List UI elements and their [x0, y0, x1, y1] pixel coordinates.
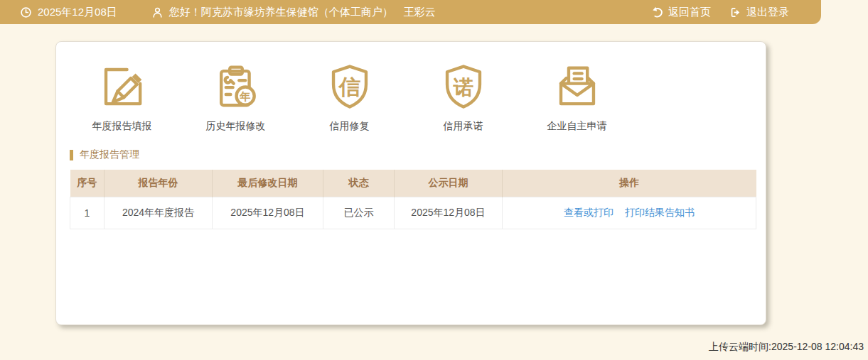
shortcut-row: 年度报告填报 年 历史年报修改 信 信用修复 [56, 42, 766, 133]
section-accent-bar [70, 150, 73, 160]
col-header-publish-date: 公示日期 [395, 170, 503, 197]
date-group: 2025年12月08日 [20, 6, 117, 19]
col-header-last-modified: 最后修改日期 [213, 170, 323, 197]
self-apply-mail-icon [552, 62, 602, 111]
shortcut-credit-promise[interactable]: 诺 信用承诺 [419, 62, 508, 133]
user-icon [151, 6, 164, 18]
annual-report-page: { "topbar": { "date": "2025年12月08日", "gr… [0, 0, 868, 360]
greeting-group: 您好！阿克苏市缘坊养生保健馆（个体工商户） 王彩云 [151, 6, 436, 19]
logout-icon [729, 6, 741, 18]
icon-char: 信 [337, 75, 360, 99]
col-header-status: 状态 [323, 170, 395, 197]
shortcut-label: 历史年报修改 [206, 120, 266, 133]
view-or-print-link[interactable]: 查看或打印 [564, 207, 614, 218]
col-header-report-year: 报告年份 [105, 170, 213, 197]
history-report-icon: 年 [211, 62, 261, 111]
cell-last-modified: 2025年12月08日 [213, 197, 323, 229]
edit-report-icon [97, 62, 147, 111]
shortcut-label: 信用承诺 [444, 120, 483, 133]
shortcut-label: 年度报告填报 [92, 120, 152, 133]
col-header-index: 序号 [70, 170, 105, 197]
logout-label: 退出登录 [746, 6, 789, 19]
icon-char: 年 [239, 90, 250, 102]
topbar-actions: 返回首页 退出登录 [651, 6, 789, 19]
section-header: 年度报告管理 [70, 148, 766, 161]
print-result-notice-link[interactable]: 打印结果告知书 [625, 207, 695, 218]
cell-actions: 查看或打印 打印结果告知书 [503, 197, 756, 229]
current-date: 2025年12月08日 [38, 6, 117, 19]
shortcut-label: 信用修复 [330, 120, 370, 133]
col-header-actions: 操作 [503, 170, 756, 197]
back-arrow-icon [651, 6, 663, 18]
main-card: 年度报告填报 年 历史年报修改 信 信用修复 [55, 41, 766, 325]
shortcut-annual-report-fill[interactable]: 年度报告填报 [77, 62, 166, 133]
clock-icon [20, 6, 32, 18]
icon-char: 诺 [452, 76, 473, 99]
cell-report-year: 2024年年度报告 [105, 197, 213, 229]
topbar: 2025年12月08日 您好！阿克苏市缘坊养生保健馆（个体工商户） 王彩云 返回… [0, 0, 821, 24]
shortcut-label: 企业自主申请 [547, 120, 607, 133]
credit-promise-shield-icon: 诺 [439, 62, 488, 111]
shortcut-self-apply[interactable]: 企业自主申请 [532, 62, 621, 133]
table-row: 1 2024年年度报告 2025年12月08日 已公示 2025年12月08日 … [70, 197, 756, 229]
user-greeting: 您好！阿克苏市缘坊养生保健馆（个体工商户） 王彩云 [169, 6, 436, 19]
shortcut-history-report-edit[interactable]: 年 历史年报修改 [191, 62, 280, 133]
cell-index: 1 [70, 197, 105, 229]
section-title: 年度报告管理 [80, 148, 139, 161]
return-home-link[interactable]: 返回首页 [651, 6, 711, 19]
annual-report-table: 序号 报告年份 最后修改日期 状态 公示日期 操作 1 2024年年度报告 20… [70, 170, 756, 229]
return-home-label: 返回首页 [668, 6, 711, 19]
logout-link[interactable]: 退出登录 [729, 6, 789, 19]
cell-publish-date: 2025年12月08日 [395, 197, 503, 229]
shortcut-credit-repair[interactable]: 信 信用修复 [305, 62, 394, 133]
credit-repair-shield-icon: 信 [325, 62, 375, 111]
upload-cloud-time: 上传云端时间:2025-12-08 12:04:43 [709, 341, 864, 354]
cell-status: 已公示 [323, 197, 395, 229]
table-header: 序号 报告年份 最后修改日期 状态 公示日期 操作 [70, 170, 756, 197]
